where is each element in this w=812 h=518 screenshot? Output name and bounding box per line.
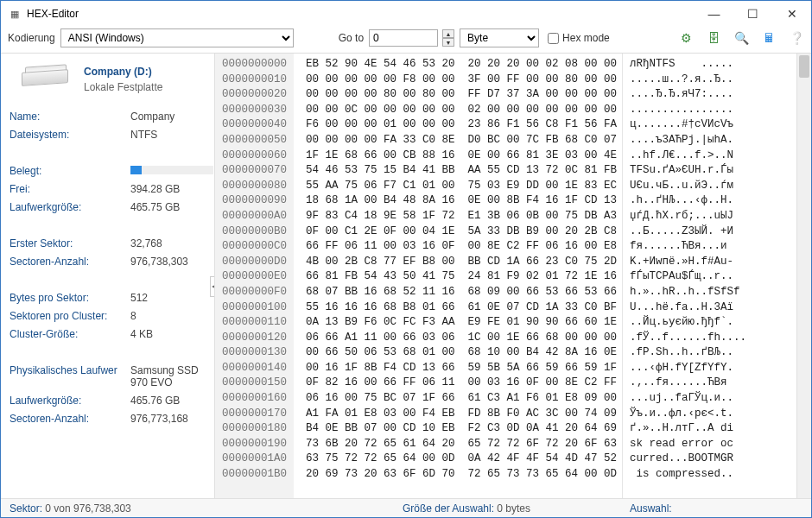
prop-value: 394.28 GB bbox=[130, 183, 213, 195]
prop-label: Physikalisches Laufwer bbox=[10, 364, 130, 388]
prop-value: 465.75 GB bbox=[130, 201, 213, 213]
prop-value: 465.76 GB bbox=[130, 395, 213, 407]
prop-label: Laufwerkgröße: bbox=[10, 201, 130, 213]
prop-label: Erster Sektor: bbox=[10, 237, 130, 250]
window-title: HEX-Editor bbox=[27, 8, 695, 20]
prop-value: 32,768 bbox=[130, 237, 213, 250]
sidebar: Company (D:) Lokale Festplatte Name:Comp… bbox=[1, 54, 215, 498]
goto-spinner[interactable]: ▲▼ bbox=[442, 29, 454, 47]
encoding-select[interactable]: ANSI (Windows) bbox=[60, 28, 294, 47]
drive-title: Company (D:) bbox=[84, 66, 162, 78]
goto-input[interactable] bbox=[369, 29, 438, 47]
prop-value: Company bbox=[130, 111, 213, 123]
prop-label: Name: bbox=[10, 111, 130, 123]
status-selection-label: Auswahl: bbox=[630, 502, 672, 515]
toolbar: Kodierung ANSI (Windows) Go to ▲▼ Byte H… bbox=[1, 27, 811, 53]
calc-icon[interactable]: 🖩 bbox=[761, 30, 777, 46]
titlebar: ▦ HEX-Editor — ☐ ✕ bbox=[1, 1, 811, 27]
prop-value: NTFS bbox=[130, 129, 213, 141]
maximize-button[interactable]: ☐ bbox=[733, 1, 772, 27]
close-button[interactable]: ✕ bbox=[772, 1, 811, 27]
prop-value: 4 KB bbox=[130, 328, 213, 340]
prop-value: 976,738,303 bbox=[130, 256, 213, 268]
prop-label: Belegt: bbox=[10, 165, 130, 177]
help-icon[interactable]: ❔ bbox=[789, 30, 804, 46]
status-sel-value: 0 bytes bbox=[497, 502, 530, 515]
properties-grid: Name:CompanyDateisystem:NTFSBelegt:Frei:… bbox=[10, 111, 209, 425]
drive-subtitle: Lokale Festplatte bbox=[84, 81, 162, 93]
prop-value: Samsung SSD 970 EVO bbox=[130, 364, 213, 388]
db-plus-icon[interactable]: 🗄 bbox=[706, 30, 721, 46]
prop-value: 976,773,168 bbox=[130, 413, 213, 425]
status-bar: Sektor: 0 von 976,738,303 Größe der Ausw… bbox=[1, 498, 811, 517]
status-sector-label: Sektor: bbox=[10, 502, 42, 515]
prop-label: Laufwerkgröße: bbox=[10, 395, 130, 407]
offset-column: 0000000000 0000000010 0000000020 0000000… bbox=[215, 54, 294, 498]
ascii-column[interactable]: лRђNTFS ..... .....ш..?.я..Ђ.. ....Ђ.Ђ.я… bbox=[622, 54, 796, 498]
goto-label: Go to bbox=[339, 32, 364, 44]
prop-value: 8 bbox=[130, 310, 213, 322]
unit-select[interactable]: Byte bbox=[460, 28, 539, 47]
prop-label: Cluster-Größe: bbox=[10, 328, 130, 340]
prop-label: Sektoren pro Cluster: bbox=[10, 310, 130, 322]
search-icon[interactable]: 🔍 bbox=[733, 30, 749, 46]
encoding-label: Kodierung bbox=[8, 32, 55, 44]
hexmode-checkbox[interactable]: Hex mode bbox=[548, 32, 610, 44]
status-sector-value: 0 von 976,738,303 bbox=[45, 502, 130, 515]
scroll-thumb[interactable] bbox=[799, 55, 809, 78]
drive-icon bbox=[22, 71, 75, 100]
gear-icon[interactable]: ⚙ bbox=[678, 30, 694, 46]
prop-label: Dateisystem: bbox=[10, 129, 130, 141]
prop-value bbox=[130, 165, 213, 177]
prop-label: Bytes pro Sektor: bbox=[10, 292, 130, 304]
collapse-handle[interactable]: ◂ bbox=[210, 276, 215, 297]
hex-viewer: 0000000000 0000000010 0000000020 0000000… bbox=[215, 54, 811, 498]
scrollbar[interactable] bbox=[796, 54, 811, 498]
prop-label: Frei: bbox=[10, 183, 130, 195]
prop-value: 512 bbox=[130, 292, 213, 304]
minimize-button[interactable]: — bbox=[695, 1, 733, 27]
prop-label: Sectoren-Anzahl: bbox=[10, 256, 130, 268]
prop-label: Sectoren-Anzahl: bbox=[10, 413, 130, 425]
status-sel-label: Größe der Auswahl: bbox=[403, 502, 494, 515]
app-icon: ▦ bbox=[8, 7, 22, 21]
hex-column[interactable]: EB 52 90 4E 54 46 53 20 20 20 20 00 02 0… bbox=[294, 54, 622, 498]
